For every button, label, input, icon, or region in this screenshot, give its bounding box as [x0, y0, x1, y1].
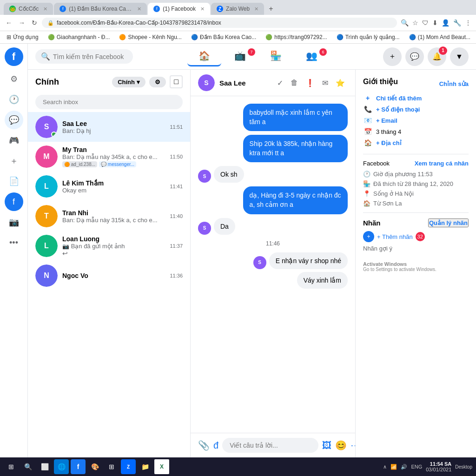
label-section: Nhãn Quản lý nhãn + + Thêm nhãn 32 Nhãn …: [363, 218, 469, 252]
nav-instagram[interactable]: 📷: [5, 213, 23, 231]
profile-icon[interactable]: 👤: [441, 18, 450, 27]
image-icon[interactable]: 🖼: [322, 440, 331, 451]
bookmark-ghn[interactable]: 🟢 Giaohangnhanh - Đ...: [45, 33, 113, 41]
fb2-favicon: f: [153, 6, 160, 12]
msg-bubble-received-3: E nhận váy r shop nhé: [269, 252, 348, 269]
avatar-loan-luong: L: [35, 235, 58, 257]
email-label[interactable]: + Email: [376, 117, 397, 124]
tab-fb2-close[interactable]: ✕: [200, 6, 205, 12]
nav-history[interactable]: 🕐: [5, 90, 23, 109]
tab-zalo[interactable]: Z Zalo Web ✕: [211, 3, 264, 15]
desktop-show[interactable]: Desktop: [455, 464, 472, 469]
conversation-my-tran[interactable]: M My Tran Ban: Dạ mẫu này 345k a, c cho …: [28, 142, 190, 172]
emoji-icon[interactable]: 😊: [335, 440, 347, 451]
attach-icon[interactable]: 📎: [198, 440, 210, 451]
conversation-tran-nhi[interactable]: T Tran Nhi Ban: Dạ mẫu này 315k a, c cho…: [28, 201, 190, 231]
phone-icon: 📞: [363, 106, 372, 113]
zalo-taskbar[interactable]: Z: [121, 459, 136, 474]
menu-icon[interactable]: ⋮: [464, 18, 472, 27]
conversation-loan-luong[interactable]: L Loan Luong 📷 Bạn đã gửi một ảnh ↩: [28, 231, 190, 261]
fb-search-input[interactable]: [53, 53, 127, 60]
nav-games[interactable]: 🎮: [5, 131, 23, 150]
filter-options-btn[interactable]: ⚙: [149, 77, 166, 87]
filter-chinh-btn[interactable]: Chính ▾: [112, 77, 145, 87]
chat-input[interactable]: [222, 438, 318, 453]
nav-more[interactable]: •••: [5, 233, 23, 252]
nav-groups[interactable]: 👥 6: [295, 46, 329, 66]
nav-add[interactable]: ＋: [383, 47, 402, 66]
bookmark-zalo[interactable]: 🟢 https://trang097292...: [263, 33, 330, 41]
search-icon[interactable]: 🔍: [400, 18, 410, 27]
msg-bubble-received-4: Váy xinh lắm: [297, 272, 348, 289]
nav-home[interactable]: 🏠: [187, 46, 221, 66]
nav-plus[interactable]: ＋: [5, 152, 23, 170]
nav-watch[interactable]: 📺 7: [223, 46, 257, 66]
tab-fb2-label: (1) Facebook: [163, 6, 196, 12]
edge-icon[interactable]: 🌐: [54, 459, 69, 474]
new-tab-button[interactable]: +: [265, 3, 277, 15]
bookmark-apps[interactable]: ⊞ Ứng dụng: [4, 33, 41, 41]
tab-coccoc-close[interactable]: ✕: [43, 6, 47, 12]
address-label[interactable]: + Địa chỉ: [376, 139, 402, 146]
add-label-button[interactable]: + + Thêm nhãn 32: [363, 231, 469, 242]
nav-notifications[interactable]: 🔔 1: [428, 47, 446, 66]
tab-coccoc[interactable]: 🐸 CốcCốc ✕: [4, 3, 53, 15]
windows-taskbar-icon[interactable]: ⊞: [104, 459, 119, 474]
bookmark-mom[interactable]: 🔵 (1) Mom And Beaut...: [406, 33, 473, 41]
star-icon[interactable]: ☆: [411, 18, 419, 27]
fb-main: Chính Chính ▾ ⚙ □: [28, 70, 476, 457]
alert-action[interactable]: ❗: [303, 76, 317, 90]
address-bar[interactable]: 🔒 facebook.com/Đầm-Bầu-Korea-Cao-Cấp-104…: [42, 18, 397, 28]
tab-fb2[interactable]: f (1) Facebook ✕: [148, 3, 210, 15]
phone-label[interactable]: + Số điện thoại: [376, 106, 420, 113]
bookmark-dambau[interactable]: 🔵 Đầm Bầu Korea Cao...: [188, 33, 259, 41]
chinh-sua-button[interactable]: Chỉnh sửa: [439, 80, 469, 87]
taskview-button[interactable]: ⬜: [37, 459, 52, 474]
nav-messenger[interactable]: 💬: [5, 111, 23, 129]
bookmark-quanly[interactable]: 🔵 Trình quản lý quảng...: [334, 33, 403, 41]
currency-icon[interactable]: đ: [213, 440, 218, 451]
conversation-ngoc-vo[interactable]: N Ngoc Vo 11:36: [28, 261, 190, 291]
nav-messenger-icon[interactable]: 💬: [405, 47, 424, 66]
nav-marketplace[interactable]: 🏪: [259, 46, 293, 66]
check-action[interactable]: ✓: [274, 76, 286, 90]
quan-ly-nhan-button[interactable]: Quản lý nhãn: [428, 218, 469, 227]
search-inbox-input[interactable]: [35, 95, 183, 109]
chevron-icon[interactable]: ∧: [383, 464, 387, 470]
conversation-le-kim-tham[interactable]: L Lê Kim Thắm Okay em 11:41: [28, 172, 190, 201]
view-profile-link[interactable]: Xem trang cá nhân: [415, 160, 469, 167]
msg-time: 11:37: [170, 243, 183, 249]
forward-button[interactable]: →: [17, 18, 27, 27]
tab-fb1[interactable]: f (1) Đầm Bầu Korea Cao Cấp -... ✕: [54, 3, 147, 15]
star-action[interactable]: ⭐: [333, 76, 348, 90]
nav-settings[interactable]: ⚙: [5, 70, 23, 88]
nav-fb[interactable]: f: [5, 192, 23, 211]
tab-zalo-close[interactable]: ✕: [254, 6, 258, 12]
new-message-btn[interactable]: □: [170, 75, 183, 88]
nav-account[interactable]: ▼: [450, 47, 469, 66]
nav-pages[interactable]: 📄: [5, 172, 23, 191]
search-taskbar[interactable]: 🔍: [20, 459, 35, 474]
from-icon: 🏠: [363, 200, 370, 207]
nav-actions: 🔍 ☆ 🛡 ⬇ 👤 🔧 ⋮: [400, 18, 472, 27]
back-button[interactable]: ←: [4, 18, 14, 27]
conversation-saa-lee[interactable]: S Saa Lee Ban: Dạ hj 11:51: [28, 112, 190, 142]
more-icon[interactable]: ⋯: [350, 440, 355, 451]
volume-icon[interactable]: 🔊: [401, 464, 407, 470]
refresh-button[interactable]: ↻: [30, 18, 39, 27]
chi-tiet-label[interactable]: Chi tiết đã thêm: [376, 95, 422, 102]
network-icon[interactable]: 📶: [390, 464, 397, 470]
excel-taskbar[interactable]: X: [154, 459, 169, 474]
download-icon[interactable]: ⬇: [431, 18, 439, 27]
bookmark-shopee[interactable]: 🟠 Shopee - Kênh Ngu...: [116, 33, 184, 41]
tab-fb1-close[interactable]: ✕: [137, 6, 141, 12]
start-button[interactable]: ⊞: [4, 459, 19, 474]
fb-taskbar[interactable]: f: [71, 459, 86, 474]
fb-search-bar[interactable]: 🔍: [35, 49, 133, 64]
email-action[interactable]: ✉: [319, 76, 331, 90]
shield-icon[interactable]: 🛡: [421, 18, 430, 27]
extensions-icon[interactable]: 🔧: [452, 18, 462, 27]
explorer-taskbar[interactable]: 📁: [138, 459, 152, 474]
photoshop-taskbar[interactable]: 🎨: [87, 459, 102, 474]
delete-action[interactable]: 🗑: [288, 76, 301, 90]
